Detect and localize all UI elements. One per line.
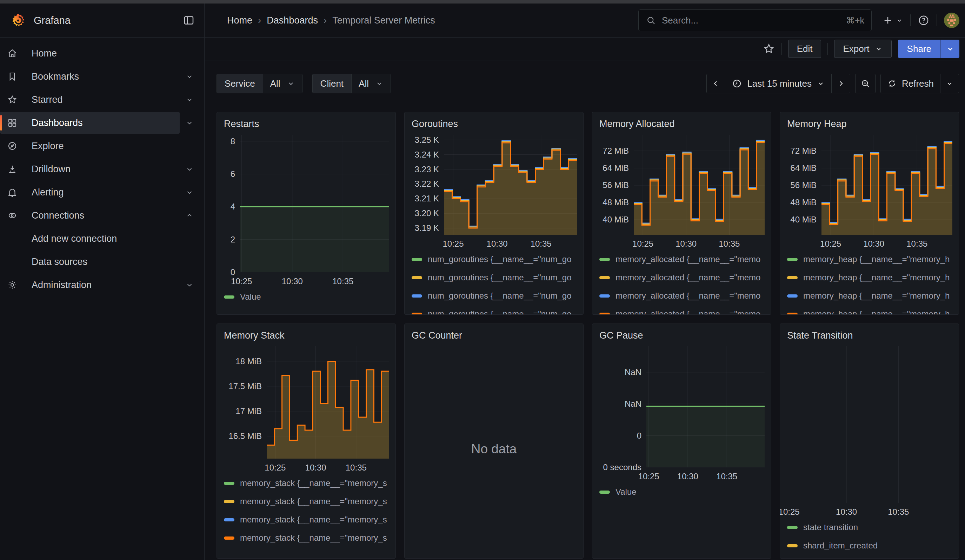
clock-icon [732, 78, 742, 89]
legend-item[interactable]: num_goroutines {__name__="num_go [412, 250, 576, 268]
sidebar-item-dashboards[interactable]: Dashboards [0, 112, 180, 134]
breadcrumb-dashboards[interactable]: Dashboards [267, 15, 318, 26]
sidebar-item-starred[interactable]: Starred [0, 89, 180, 111]
panel-title[interactable]: Memory Allocated [599, 119, 764, 135]
add-new-button[interactable] [882, 15, 903, 26]
search-bar[interactable]: ⌘+k [638, 10, 872, 31]
export-button[interactable]: Export [834, 40, 891, 58]
legend-item[interactable]: shard_item_created [787, 537, 952, 555]
chart-plot-area[interactable]: 3.19 K3.20 K3.21 K3.22 K3.23 K3.24 K3.25… [412, 135, 576, 235]
legend-item[interactable]: memory_stack {__name__="memory_s [224, 511, 388, 529]
sidebar-item-bookmarks[interactable]: Bookmarks [0, 65, 180, 87]
sidebar-item-administration[interactable]: Administration [0, 274, 180, 296]
legend-item[interactable]: memory_stack {__name__="memory_s [224, 474, 388, 492]
sidebar-item-label: Add new connection [31, 233, 117, 244]
legend-swatch [599, 276, 610, 279]
legend-item[interactable]: num_goroutines {__name__="num_go [412, 305, 576, 315]
chevron-up-icon[interactable] [180, 211, 199, 220]
sidebar: HomeBookmarksStarredDashboardsExploreDri… [0, 38, 204, 560]
panel-title[interactable]: GC Counter [412, 330, 576, 346]
legend-label: memory_heap {__name__="memory_h [803, 273, 950, 282]
legend-label: memory_allocated {__name__="memo [615, 309, 761, 315]
y-axis-tick-label: NaN [599, 367, 641, 377]
chevron-left-icon [711, 79, 720, 88]
chart-plot-area[interactable]: 0 seconds0NaNNaN [599, 346, 764, 467]
zoom-out-time-button[interactable] [855, 73, 875, 93]
chart-legend: num_goroutines {__name__="num_gonum_goro… [412, 250, 576, 315]
panel-title[interactable]: Goroutines [412, 119, 576, 135]
legend-item[interactable]: memory_allocated {__name__="memo [599, 250, 764, 268]
chevron-down-icon[interactable] [180, 165, 199, 174]
chart-plot-area[interactable]: 40 MiB48 MiB56 MiB64 MiB72 MiB [599, 135, 764, 235]
help-button[interactable] [918, 15, 929, 26]
time-shift-back-button[interactable] [707, 74, 725, 93]
user-profile-button[interactable] [944, 13, 959, 28]
y-axis-tick-label: 3.19 K [412, 223, 439, 233]
chevron-down-icon[interactable] [180, 95, 199, 104]
time-shift-forward-button[interactable] [831, 74, 850, 93]
legend-item[interactable]: memory_heap {__name__="memory_h [787, 287, 952, 305]
time-range-picker[interactable]: Last 15 minutes [725, 74, 831, 93]
sidebar-row-starred: Starred [0, 88, 204, 111]
share-dropdown-button[interactable] [940, 40, 959, 58]
legend-item[interactable]: memory_heap {__name__="memory_h [787, 305, 952, 315]
legend-item[interactable]: memory_allocated {__name__="memo [599, 268, 764, 287]
favorite-star-button[interactable] [762, 42, 775, 55]
panel-gc-counter: GC CounterNo data [404, 323, 584, 558]
panel-title[interactable]: Memory Heap [787, 119, 952, 135]
panel-title[interactable]: State Transition [787, 330, 952, 346]
sidebar-item-connections[interactable]: Connections [0, 204, 180, 226]
sidebar-row-home: Home [0, 42, 204, 65]
legend-item[interactable]: memory_stack {__name__="memory_s [224, 529, 388, 547]
chart-plot-area[interactable] [780, 346, 959, 503]
search-input[interactable] [662, 15, 841, 26]
legend-item[interactable]: memory_stack {__name__="memory_s [224, 492, 388, 511]
legend-item[interactable]: state transition [787, 518, 952, 537]
sidebar-item-drilldown[interactable]: Drilldown [0, 158, 180, 180]
service-variable-value[interactable]: All [263, 74, 302, 93]
legend-item[interactable]: num_goroutines {__name__="num_go [412, 268, 576, 287]
sidebar-item-alerting[interactable]: Alerting [0, 181, 180, 203]
chevron-down-icon[interactable] [180, 118, 199, 127]
share-button[interactable]: Share [898, 40, 940, 58]
panel-title[interactable]: Restarts [224, 119, 388, 135]
chart-plot-area[interactable]: 16.5 MiB17 MiB17.5 MiB18 MiB [224, 346, 388, 459]
panel-title[interactable]: Memory Stack [224, 330, 388, 346]
chevron-down-icon[interactable] [180, 280, 199, 289]
panel-title[interactable]: GC Pause [599, 330, 764, 346]
legend-swatch [224, 518, 234, 521]
sidebar-collapse-button[interactable] [183, 14, 195, 27]
legend-item[interactable]: memory_allocated {__name__="memo [599, 287, 764, 305]
refresh-interval-button[interactable] [940, 74, 959, 93]
chart-plot-area[interactable]: 02468 [224, 135, 388, 272]
sidebar-row-alerting: Alerting [0, 181, 204, 204]
sidebar-item-data-sources[interactable]: Data sources [0, 251, 199, 273]
home-icon [7, 48, 18, 59]
sidebar-item-add-new-connection[interactable]: Add new connection [0, 228, 199, 250]
legend-swatch [412, 276, 422, 279]
legend-item[interactable]: Value [599, 483, 764, 501]
legend-swatch [787, 276, 798, 279]
client-variable-value[interactable]: All [351, 74, 391, 93]
edit-button[interactable]: Edit [788, 40, 821, 58]
chart-plot-area[interactable]: 40 MiB48 MiB56 MiB64 MiB72 MiB [787, 135, 952, 235]
breadcrumb-home[interactable]: Home [227, 15, 252, 26]
chevron-down-icon [946, 44, 955, 53]
chevron-down-icon[interactable] [180, 188, 199, 197]
legend-label: memory_heap {__name__="memory_h [803, 255, 950, 264]
legend-swatch [787, 313, 798, 315]
chart-legend: Value [599, 483, 764, 501]
chevron-down-icon[interactable] [180, 72, 199, 81]
sidebar-item-explore[interactable]: Explore [0, 135, 199, 157]
legend-swatch [224, 482, 234, 485]
legend-label: memory_stack {__name__="memory_s [240, 478, 387, 488]
legend-item[interactable]: memory_heap {__name__="memory_h [787, 250, 952, 268]
legend-item[interactable]: memory_heap {__name__="memory_h [787, 268, 952, 287]
legend-item[interactable]: Value [224, 288, 388, 306]
refresh-button[interactable]: Refresh [881, 74, 940, 93]
legend-item[interactable]: num_goroutines {__name__="num_go [412, 287, 576, 305]
x-axis-tick-label: 10:25 [443, 239, 464, 249]
sidebar-item-home[interactable]: Home [0, 42, 199, 64]
legend-item[interactable]: memory_allocated {__name__="memo [599, 305, 764, 315]
sidebar-row-connections: Connections [0, 204, 204, 227]
